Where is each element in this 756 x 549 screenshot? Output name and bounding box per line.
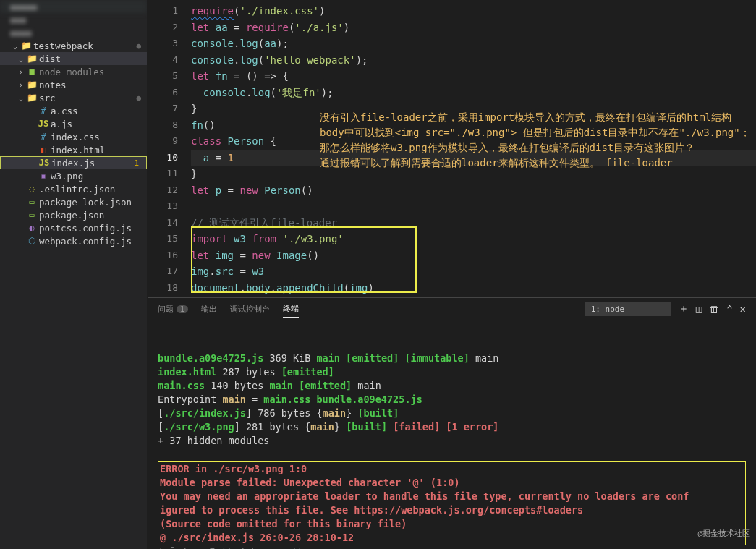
code-line[interactable]: // 测试文件引入file-loader [191, 215, 756, 231]
file-icon: ▣ [38, 171, 49, 181]
tree-item-package-lock-json[interactable]: ▭package-lock.json [0, 195, 147, 208]
tree-item--eslintrc-json[interactable]: ◌.eslintrc.json [0, 182, 147, 195]
panel-tab-bar: 问题 1 输出 调试控制台 终端 1: node ＋ ◫ 🗑 ⌃ ✕ [148, 298, 756, 320]
tree-item-postcss-config-js[interactable]: ◐postcss.config.js [0, 221, 147, 234]
line-number: 5 [148, 68, 191, 85]
file-icon: # [38, 106, 49, 116]
code-line[interactable]: let fn = () => { [191, 68, 756, 85]
code-line[interactable]: img.src = w3 [191, 263, 756, 280]
trash-icon[interactable]: 🗑 [709, 303, 719, 315]
tree-item-label: webpack.config.js [38, 236, 144, 247]
code-editor[interactable]: 123456789101112131415161718 没有引入file-loa… [148, 0, 756, 297]
annotation-overlay: 没有引入file-loader之前，采用import模块导入的方式，最终在打包编… [320, 110, 754, 171]
tree-item-label: package.json [38, 210, 144, 221]
line-number: 18 [148, 280, 191, 297]
line-number: 7 [148, 101, 191, 117]
close-panel-icon[interactable]: ✕ [740, 303, 746, 315]
tree-item-label: index.js [50, 158, 134, 169]
file-icon: ▭ [26, 210, 38, 220]
line-number: 8 [148, 117, 191, 134]
tree-item-label: a.css [49, 106, 144, 116]
tab-debug-console[interactable]: 调试控制台 [230, 304, 270, 315]
tree-item-label: a.js [49, 119, 144, 129]
terminal-selector[interactable]: 1: node [585, 302, 671, 316]
main-area: 123456789101112131415161718 没有引入file-loa… [148, 0, 756, 549]
tree-item-src[interactable]: ⌄📁src● [0, 91, 147, 104]
tree-item-index-html[interactable]: ◧index.html [0, 143, 147, 156]
problems-count: 1 [134, 158, 139, 168]
annotation-line: body中可以找到<img src="./w3.png"> 但是打包后的dist… [320, 125, 754, 140]
problems-badge: 1 [177, 305, 188, 313]
code-line[interactable]: let aa = require('./a.js') [191, 20, 756, 36]
tree-item-dist[interactable]: ⌄📁dist [0, 52, 147, 65]
tree-item-label: package-lock.json [38, 197, 144, 208]
file-icon: # [38, 132, 49, 142]
line-number: 1 [148, 3, 191, 20]
line-number: 17 [148, 263, 191, 280]
code-content[interactable]: 没有引入file-loader之前，采用import模块导入的方式，最终在打包编… [191, 0, 756, 297]
line-number: 16 [148, 247, 191, 264]
tree-item-w3-png[interactable]: ▣w3.png [0, 169, 147, 182]
line-number: 2 [148, 20, 191, 36]
panel-toolbar: 1: node ＋ ◫ 🗑 ⌃ ✕ [585, 302, 746, 316]
tree-item-node-modules[interactable]: ›■node_modules [0, 65, 147, 78]
tree-item-label: .eslintrc.json [38, 184, 144, 195]
split-terminal-icon[interactable]: ◫ [696, 303, 702, 315]
tree-item-a-js[interactable]: JSa.js [0, 117, 147, 130]
tab-problems[interactable]: 问题 1 [158, 304, 188, 315]
line-number: 14 [148, 215, 191, 231]
code-line[interactable]: require('./index.css') [191, 3, 756, 20]
line-number: 9 [148, 133, 191, 150]
chevron-down-icon[interactable]: ⌄ [16, 94, 26, 102]
code-line[interactable]: let img = new Image() [191, 247, 756, 264]
code-line[interactable]: console.log('我是fn'); [191, 85, 756, 101]
line-gutter: 123456789101112131415161718 [148, 0, 191, 297]
code-line[interactable]: document.body.appendChild(img) [191, 280, 756, 297]
new-terminal-icon[interactable]: ＋ [679, 302, 689, 315]
tree-item-index-js[interactable]: JSindex.js1 [0, 156, 147, 169]
file-explorer: ▪▪▪▪▪▪▪▪▪▪▪▪ ⌄📁testwebpack●⌄📁dist›■node_… [0, 0, 148, 549]
line-number: 4 [148, 52, 191, 69]
terminal-output[interactable]: bundle.a09e4725.js 369 KiB main [emitted… [148, 320, 756, 549]
line-number: 3 [148, 35, 191, 52]
blurred-item: ▪▪▪▪▪ [0, 0, 147, 13]
tree-item-package-json[interactable]: ▭package.json [0, 208, 147, 221]
tree-item-label: w3.png [49, 171, 144, 182]
chevron-down-icon[interactable]: ⌄ [16, 55, 26, 63]
line-number: 13 [148, 198, 191, 215]
annotation-line: 那怎么样能够将w3.png作为模块导入，最终在打包编译后的dist目录有这张图片… [320, 140, 754, 156]
file-icon: 📁 [26, 54, 38, 64]
chevron-right-icon[interactable]: › [16, 81, 26, 89]
tree-item-webpack-config-js[interactable]: ⬡webpack.config.js [0, 234, 147, 247]
line-number: 11 [148, 166, 191, 182]
bottom-panel: 问题 1 输出 调试控制台 终端 1: node ＋ ◫ 🗑 ⌃ ✕ bundl… [148, 297, 756, 549]
tree-item-index-css[interactable]: #index.css [0, 130, 147, 143]
file-icon: ▭ [26, 197, 38, 207]
code-line[interactable]: console.log(aa); [191, 35, 756, 52]
code-line[interactable] [191, 198, 756, 215]
tree-item-testwebpack[interactable]: ⌄📁testwebpack● [0, 39, 147, 52]
tree-item-label: node_modules [38, 67, 144, 77]
file-icon: ⬡ [26, 236, 38, 246]
tree-item-label: notes [38, 80, 144, 90]
file-icon: ◌ [26, 184, 38, 194]
file-icon: JS [38, 158, 50, 168]
annotation-line: 通过报错可以了解到需要合适的loader来解析这种文件类型。 file-load… [320, 156, 754, 171]
code-line[interactable]: let p = new Person() [191, 182, 756, 199]
code-line[interactable]: console.log('hello webpack'); [191, 52, 756, 69]
chevron-down-icon[interactable]: ⌄ [10, 42, 20, 50]
tree-item-label: testwebpack [32, 41, 136, 51]
tab-output[interactable]: 输出 [201, 304, 217, 315]
chevron-up-icon[interactable]: ⌃ [726, 303, 732, 315]
tree-item-label: src [38, 93, 136, 103]
tree-item-label: postcss.config.js [38, 223, 144, 234]
tab-label: 问题 [158, 304, 174, 315]
tree-item-a-css[interactable]: #a.css [0, 104, 147, 117]
file-icon: 📁 [26, 93, 38, 103]
chevron-right-icon[interactable]: › [16, 68, 26, 76]
modified-dot-icon: ● [136, 41, 141, 51]
code-line[interactable]: import w3 from './w3.png' [191, 231, 756, 247]
tree-item-notes[interactable]: ›📁notes [0, 78, 147, 91]
line-number: 12 [148, 182, 191, 199]
tab-terminal[interactable]: 终端 [283, 303, 299, 318]
